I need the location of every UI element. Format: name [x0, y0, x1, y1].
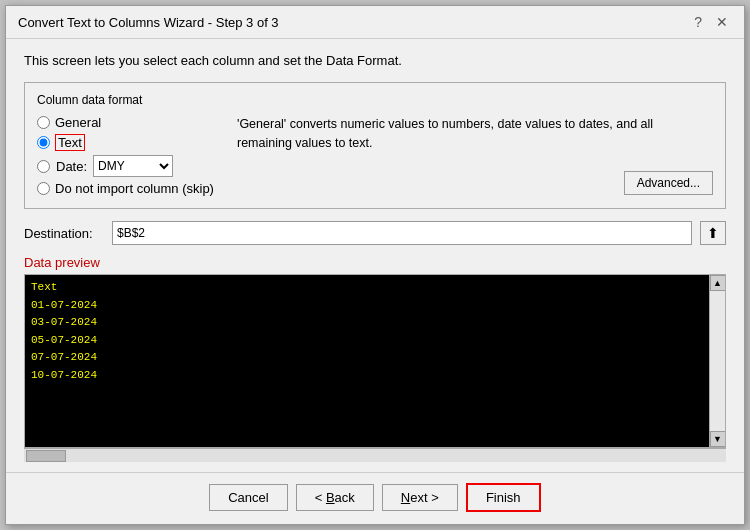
upload-icon: ⬆ — [707, 225, 719, 241]
dialog: Convert Text to Columns Wizard - Step 3 … — [5, 5, 745, 525]
format-description: 'General' converts numeric values to num… — [227, 115, 713, 153]
section-label: Column data format — [37, 93, 713, 107]
main-content: This screen lets you select each column … — [6, 39, 744, 472]
radio-general-label[interactable]: General — [55, 115, 101, 130]
preview-content: Text 01-07-2024 03-07-2024 05-07-2024 07… — [25, 275, 709, 447]
destination-label: Destination: — [24, 226, 104, 241]
preview-area: Text 01-07-2024 03-07-2024 05-07-2024 07… — [24, 274, 726, 448]
dialog-title: Convert Text to Columns Wizard - Step 3 … — [18, 15, 279, 30]
scroll-track — [710, 291, 725, 431]
destination-row: Destination: ⬆ — [24, 221, 726, 245]
radio-date-label[interactable]: Date: — [56, 159, 87, 174]
close-button[interactable]: ✕ — [712, 14, 732, 30]
radio-general[interactable] — [37, 116, 50, 129]
destination-input[interactable] — [112, 221, 692, 245]
radio-skip-row: Do not import column (skip) — [37, 181, 217, 196]
title-bar-controls: ? ✕ — [690, 14, 732, 30]
radio-date-row: Date: DMY MDY YMD DYM MYD YDM — [37, 155, 217, 177]
back-button[interactable]: < Back — [296, 484, 374, 511]
finish-button[interactable]: Finish — [466, 483, 541, 512]
scroll-up-button[interactable]: ▲ — [710, 275, 726, 291]
radio-text-row: Text — [37, 134, 217, 151]
intro-text: This screen lets you select each column … — [24, 53, 726, 68]
format-options: General Text Date: DMY MDY YM — [37, 115, 217, 196]
radio-text-label[interactable]: Text — [55, 134, 85, 151]
preview-section: Data preview Text 01-07-2024 03-07-2024 … — [24, 255, 726, 462]
preview-label: Data preview — [24, 255, 726, 270]
date-select[interactable]: DMY MDY YMD DYM MYD YDM — [93, 155, 173, 177]
cancel-button[interactable]: Cancel — [209, 484, 287, 511]
h-scroll-thumb[interactable] — [26, 450, 66, 462]
h-scrollbar — [24, 448, 726, 462]
scroll-down-button[interactable]: ▼ — [710, 431, 726, 447]
radio-skip-label[interactable]: Do not import column (skip) — [55, 181, 214, 196]
help-button[interactable]: ? — [690, 14, 706, 30]
column-format-section: Column data format General Text — [24, 82, 726, 209]
radio-general-row: General — [37, 115, 217, 130]
radio-date[interactable] — [37, 160, 50, 173]
destination-icon-button[interactable]: ⬆ — [700, 221, 726, 245]
format-row: General Text Date: DMY MDY YM — [37, 115, 713, 196]
radio-skip[interactable] — [37, 182, 50, 195]
title-bar: Convert Text to Columns Wizard - Step 3 … — [6, 6, 744, 39]
advanced-button[interactable]: Advanced... — [624, 171, 713, 195]
next-button[interactable]: Next > — [382, 484, 458, 511]
bottom-buttons: Cancel < Back Next > Finish — [6, 472, 744, 524]
radio-text[interactable] — [37, 136, 50, 149]
preview-scrollbar: ▲ ▼ — [709, 275, 725, 447]
